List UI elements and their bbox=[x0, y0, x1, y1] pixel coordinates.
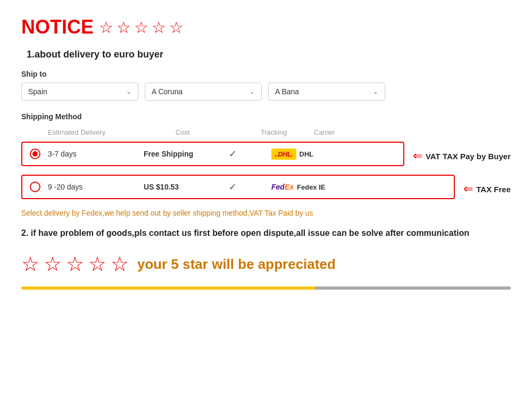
fedex-logo: FedEx bbox=[271, 183, 294, 191]
dropdowns-row: Spain ⌄ A Coruna ⌄ A Bana ⌄ bbox=[21, 83, 511, 101]
region-value: A Coruna bbox=[152, 87, 182, 96]
city-dropdown[interactable]: A Bana ⌄ bbox=[268, 83, 385, 101]
dhl-logo: ..DHL. bbox=[271, 149, 296, 160]
dhl-tag-text: VAT TAX Pay by Buyer bbox=[426, 152, 511, 161]
dhl-check-icon: ✓ bbox=[229, 148, 271, 160]
fedex-days: 9 -20 days bbox=[48, 183, 144, 191]
fedex-tag-text: TAX Free bbox=[476, 185, 511, 194]
city-arrow-icon: ⌄ bbox=[373, 88, 378, 95]
section1-heading: 1.about delivery to euro buyer bbox=[27, 49, 511, 60]
fedex-arrow-icon: ⇐ bbox=[463, 182, 473, 196]
star-2: ☆ bbox=[117, 18, 131, 37]
star-4: ☆ bbox=[152, 18, 166, 37]
fedex-label: Fedex IE bbox=[297, 183, 325, 191]
header-carrier: Carrier bbox=[314, 128, 484, 136]
shipping-row-dhl[interactable]: 3-7 days Free Shipping ✓ ..DHL. DHL bbox=[21, 142, 404, 166]
region-arrow-icon: ⌄ bbox=[250, 88, 255, 95]
dhl-days: 3-7 days bbox=[48, 150, 144, 158]
section2-text: 2. if have problem of goods,pls contact … bbox=[21, 227, 511, 240]
bottom-star-3: ☆ bbox=[66, 252, 84, 276]
fedex-carrier: FedEx Fedex IE bbox=[271, 183, 446, 191]
notice-title-text: NOTICE bbox=[21, 16, 94, 38]
ship-to-label: Ship to bbox=[21, 70, 511, 78]
notice-title-row: NOTICE ☆ ☆ ☆ ☆ ☆ bbox=[21, 16, 511, 38]
country-dropdown[interactable]: Spain ⌄ bbox=[21, 83, 138, 101]
city-value: A Bana bbox=[275, 87, 299, 96]
star-3: ☆ bbox=[134, 18, 148, 37]
shipping-method-label: Shipping Method bbox=[21, 112, 511, 121]
shipping-row-fedex[interactable]: 9 -20 days US $10.53 ✓ FedEx Fedex IE bbox=[21, 175, 455, 199]
header-tracking: Tracking bbox=[261, 128, 314, 136]
fedex-check-icon: ✓ bbox=[229, 181, 271, 193]
bottom-star-5: ☆ bbox=[111, 252, 129, 276]
bottom-star-1: ☆ bbox=[21, 252, 39, 276]
header-estimated: Estimated Delivery bbox=[48, 128, 176, 136]
dhl-tag-row: ⇐ VAT TAX Pay by Buyer bbox=[413, 149, 511, 163]
table-header: Estimated Delivery Cost Tracking Carrier bbox=[21, 126, 511, 138]
country-arrow-icon: ⌄ bbox=[126, 88, 131, 95]
notice-stars: ☆ ☆ ☆ ☆ ☆ bbox=[99, 18, 184, 37]
bottom-stars-group: ☆ ☆ ☆ ☆ ☆ bbox=[21, 252, 129, 276]
star-1: ☆ bbox=[99, 18, 113, 37]
dhl-carrier: ..DHL. DHL bbox=[271, 149, 396, 160]
dhl-cost: Free Shipping bbox=[144, 150, 229, 158]
appreciated-text: your 5 star will be appreciated bbox=[137, 256, 336, 273]
bottom-star-2: ☆ bbox=[44, 252, 62, 276]
header-cost: Cost bbox=[176, 128, 261, 136]
yellow-divider-line bbox=[21, 286, 511, 290]
bottom-stars-row: ☆ ☆ ☆ ☆ ☆ your 5 star will be appreciate… bbox=[21, 252, 511, 276]
fedex-cost: US $10.53 bbox=[144, 183, 229, 191]
country-value: Spain bbox=[28, 87, 47, 96]
radio-fedex[interactable] bbox=[30, 182, 40, 192]
dhl-arrow-icon: ⇐ bbox=[413, 149, 422, 163]
star-5: ☆ bbox=[169, 18, 184, 37]
dhl-label: DHL bbox=[300, 150, 314, 158]
region-dropdown[interactable]: A Coruna ⌄ bbox=[145, 83, 262, 101]
radio-dhl[interactable] bbox=[30, 149, 40, 159]
fedex-note: Select delivery by Fedex,we help send ou… bbox=[21, 209, 511, 217]
fedex-tag-row: ⇐ TAX Free bbox=[463, 182, 511, 196]
bottom-star-4: ☆ bbox=[88, 252, 106, 276]
